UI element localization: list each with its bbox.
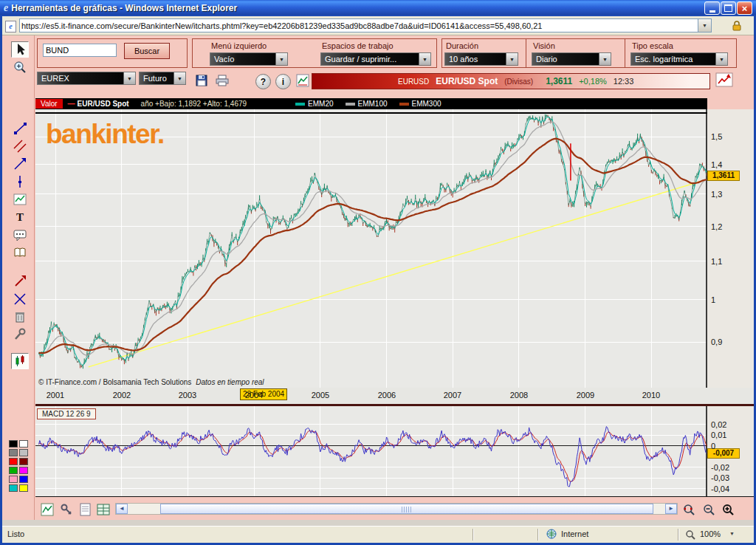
chevron-down-icon[interactable]: ▼ [715, 53, 727, 65]
export-chart-button[interactable] [715, 72, 734, 87]
info-button[interactable]: i [275, 74, 291, 89]
vertical-line-tool-icon[interactable] [11, 174, 29, 190]
exchange-select[interactable]: EUREX▼ [37, 72, 136, 85]
instrument-select[interactable]: Futuro▼ [139, 72, 186, 85]
color-swatch[interactable] [9, 467, 18, 474]
scale-type-select[interactable]: Esc. logarítmica▼ [630, 52, 728, 66]
regression-chart-tool-icon[interactable] [11, 191, 29, 208]
scroll-left-button[interactable]: ◄ [116, 504, 128, 514]
window-title: Herramientas de gráficas - Windows Inter… [11, 3, 237, 13]
x-axis-year-label: 2004 [239, 391, 269, 400]
status-bar: Listo Internet 100% ▼ [0, 526, 756, 543]
color-swatch[interactable] [19, 484, 28, 492]
chart-window-button[interactable] [40, 502, 55, 517]
arrow-tool-icon[interactable] [11, 273, 29, 289]
svg-text:T: T [16, 211, 24, 223]
scrollbar-thumb[interactable] [160, 504, 653, 514]
instrument-value: Futuro [143, 74, 167, 83]
anchor-tool-button[interactable] [59, 502, 74, 517]
search-button[interactable]: Buscar [124, 43, 170, 59]
book-tool-icon[interactable] [11, 244, 29, 261]
chevron-down-icon[interactable]: ▼ [173, 72, 185, 84]
duration-select[interactable]: 10 años▼ [444, 52, 518, 66]
zoom-in-button[interactable] [721, 502, 736, 517]
color-swatch[interactable] [9, 476, 18, 483]
chevron-down-icon[interactable]: ▼ [506, 53, 518, 65]
left-menu-select[interactable]: Vacío▼ [210, 52, 288, 66]
price-chart[interactable]: bankinter. © IT-Finance.com / Bolsamania… [35, 109, 707, 388]
color-swatch[interactable] [19, 476, 28, 483]
help-button[interactable]: ? [255, 74, 271, 89]
cross-lines-tool-icon[interactable] [11, 291, 29, 307]
macd-indicator-label[interactable]: MACD 12 26 9 [37, 408, 96, 419]
color-swatch[interactable] [19, 467, 28, 474]
color-swatch[interactable] [19, 449, 28, 456]
floppy-icon [195, 74, 208, 87]
address-input[interactable] [21, 20, 695, 31]
x-axis-year-label: 2005 [306, 391, 335, 400]
chevron-down-icon[interactable]: ▼ [729, 531, 735, 536]
macd-axis-tick-label: 0 [711, 442, 715, 450]
save-button[interactable] [193, 73, 210, 88]
emm20-color-swatch [295, 103, 305, 106]
zoom-out-button[interactable] [702, 502, 717, 517]
quote-category: (Divisas) [504, 78, 533, 86]
horizontal-scrollbar[interactable]: ◄ ► [115, 503, 678, 515]
color-swatch[interactable] [19, 458, 28, 465]
macd-axis: -0,007 0,020,010-0,02-0,03-0,04 [707, 406, 754, 496]
trendline-tool-icon[interactable] [11, 120, 29, 137]
vision-value: Diario [536, 55, 557, 64]
macd-chart[interactable]: MACD 12 26 9 [35, 406, 707, 496]
drawing-tools-sidebar: T [2, 35, 35, 520]
printer-icon [215, 74, 230, 87]
color-swatch[interactable] [9, 449, 18, 456]
minimize-button[interactable] [704, 1, 720, 15]
status-zoom-level[interactable]: 100% [700, 529, 721, 538]
window-gap [0, 520, 756, 526]
address-field[interactable]: ▼ [19, 18, 712, 32]
trash-icon[interactable] [11, 309, 29, 325]
chevron-down-icon[interactable]: ▼ [419, 53, 430, 65]
maximize-button[interactable] [721, 1, 736, 15]
scroll-right-button[interactable]: ► [665, 504, 677, 514]
workspaces-select[interactable]: Guardar / suprimir...▼ [320, 52, 431, 66]
settings-wrench-icon[interactable] [11, 326, 29, 343]
color-swatch[interactable] [9, 458, 18, 465]
chevron-down-icon[interactable]: ▼ [275, 53, 287, 65]
new-sheet-button[interactable] [78, 502, 93, 517]
candlestick-style-tool-icon[interactable] [11, 353, 29, 369]
vision-select[interactable]: Diario▼ [532, 52, 611, 66]
chevron-down-icon[interactable]: ▼ [698, 19, 711, 32]
scale-type-value: Esc. logarítmica [635, 55, 693, 64]
parallel-lines-tool-icon[interactable] [11, 138, 29, 154]
browser-window: e Herramientas de gráficas - Windows Int… [0, 0, 756, 545]
x-axis-year-label: 2010 [636, 391, 666, 400]
color-swatch[interactable] [19, 440, 28, 448]
legend-label: EMM20 [308, 100, 333, 108]
macd-axis-tick-label: 0,01 [711, 431, 726, 439]
zoom-fit-icon [682, 503, 697, 516]
zoom-tool-icon[interactable] [11, 59, 29, 75]
chevron-down-icon[interactable]: ▼ [123, 72, 135, 84]
zoom-fit-button[interactable] [682, 502, 697, 517]
left-menu-label: Menú izquierdo [211, 41, 267, 50]
print-button[interactable] [214, 73, 230, 88]
text-tool-icon[interactable]: T [11, 209, 29, 225]
valor-chip[interactable]: Valor [35, 99, 63, 109]
ray-line-tool-icon[interactable] [11, 156, 29, 172]
symbol-input[interactable] [43, 44, 117, 57]
x-axis-year-label: 2003 [173, 391, 202, 400]
globe-icon [546, 529, 557, 541]
chevron-down-icon[interactable]: ▼ [599, 53, 611, 65]
bankinter-logo: bankinter. [46, 119, 164, 150]
color-swatch[interactable] [9, 484, 18, 492]
cursor-tool[interactable] [11, 41, 29, 58]
price-axis: 1,3611 1,51,41,31,21,110,9 [707, 109, 754, 388]
legend-emm100: EMM100 [346, 100, 388, 108]
comment-tool-icon[interactable] [11, 227, 29, 243]
emm100-color-swatch [346, 103, 355, 106]
grid-layout-button[interactable] [96, 502, 111, 517]
chart-type-button[interactable] [295, 73, 311, 88]
color-swatch[interactable] [9, 440, 18, 448]
close-button[interactable]: × [737, 1, 752, 15]
